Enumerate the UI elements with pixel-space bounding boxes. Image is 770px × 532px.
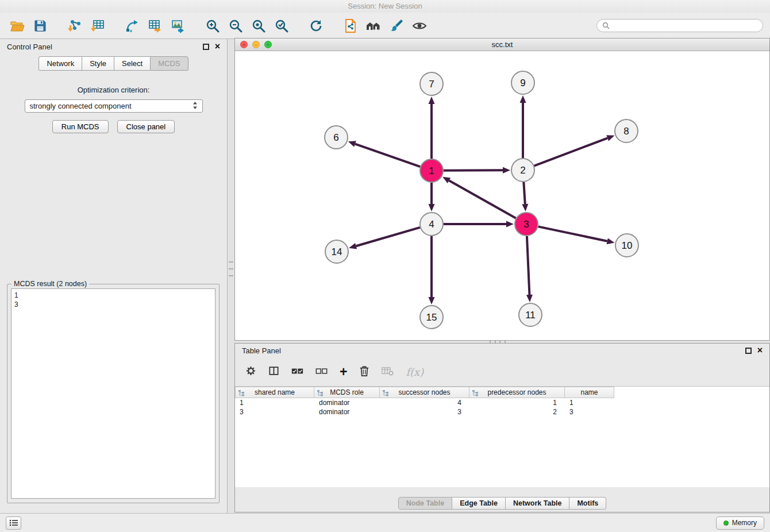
close-panel-icon[interactable]: × xyxy=(215,43,220,50)
delete-table-button[interactable] xyxy=(382,367,394,377)
minimize-window-icon[interactable]: − xyxy=(252,41,260,48)
column-header-mcds-role[interactable]: MCDS role xyxy=(314,387,380,398)
close-window-icon[interactable]: × xyxy=(240,41,248,48)
graph-edge-3-1[interactable] xyxy=(449,180,515,218)
export-image-button[interactable] xyxy=(167,15,190,37)
cell-successor-nodes[interactable]: 4 xyxy=(380,399,469,407)
search-field[interactable] xyxy=(596,19,763,32)
tab-node-table[interactable]: Node Table xyxy=(398,497,452,510)
search-input[interactable] xyxy=(613,22,757,30)
window-title: Session: New Session xyxy=(348,2,422,10)
run-mcds-button[interactable]: Run MCDS xyxy=(52,120,109,133)
select-all-columns-button[interactable] xyxy=(291,367,303,377)
apply-layout-button[interactable] xyxy=(305,15,328,37)
cell-name[interactable]: 1 xyxy=(565,399,614,407)
unselect-all-columns-button[interactable] xyxy=(315,367,328,377)
open-session-button[interactable] xyxy=(6,15,29,37)
graph-edge-3-11[interactable] xyxy=(527,236,530,295)
graph-edge-2-8[interactable] xyxy=(534,138,608,165)
zoom-fit-button[interactable] xyxy=(247,15,270,37)
import-table-button[interactable] xyxy=(86,15,109,37)
table-settings-button[interactable] xyxy=(245,365,256,378)
tab-motifs[interactable]: Motifs xyxy=(569,497,606,510)
task-history-button[interactable] xyxy=(6,516,21,530)
column-header-shared-name[interactable]: shared name xyxy=(235,387,314,398)
new-network-icon xyxy=(125,18,140,33)
tab-edge-table[interactable]: Edge Table xyxy=(452,497,506,510)
save-session-button[interactable] xyxy=(29,15,52,37)
graph-node-label: 4 xyxy=(429,219,434,230)
graph-edge-3-10[interactable] xyxy=(538,226,607,241)
table-toolbar: + f(x) xyxy=(235,357,769,386)
show-graphics-details-button[interactable] xyxy=(362,15,385,37)
cell-predecessor-nodes[interactable]: 2 xyxy=(469,408,565,416)
graph-node-label: 3 xyxy=(523,219,529,230)
mcds-result-list[interactable]: 1 3 xyxy=(11,288,215,499)
table-header-row: shared name MCDS role successor nodes pr… xyxy=(235,387,769,398)
show-columns-button[interactable] xyxy=(268,365,279,378)
tab-mcds[interactable]: MCDS xyxy=(150,56,188,71)
memory-button[interactable]: Memory xyxy=(716,516,764,530)
import-network-button[interactable] xyxy=(63,15,86,37)
first-neighbors-button[interactable] xyxy=(339,15,362,37)
close-panel-icon[interactable]: × xyxy=(757,347,763,354)
new-network-from-selection-button[interactable] xyxy=(121,15,144,37)
function-builder-button[interactable]: f(x) xyxy=(406,366,424,378)
graph-node-label: 1 xyxy=(429,165,434,176)
delete-column-button[interactable] xyxy=(359,365,369,379)
graph-node-label: 6 xyxy=(333,132,338,143)
mcds-result-line: 1 xyxy=(14,291,212,300)
graph-edge-1-6[interactable] xyxy=(355,144,420,167)
open-folder-icon xyxy=(10,19,25,33)
network-canvas[interactable]: 7968124314101511 xyxy=(235,51,769,340)
export-table-icon xyxy=(148,18,163,33)
control-panel: Control Panel × Network Style Select MCD… xyxy=(0,39,228,513)
float-panel-icon[interactable] xyxy=(745,348,752,354)
graph-edge-arrow xyxy=(348,141,356,147)
graph-node-label: 8 xyxy=(623,126,629,137)
graph-svg: 7968124314101511 xyxy=(235,51,769,340)
tab-network-table[interactable]: Network Table xyxy=(506,497,570,510)
show-hide-button[interactable] xyxy=(408,15,431,37)
tab-style[interactable]: Style xyxy=(82,56,114,71)
cell-shared-name[interactable]: 3 xyxy=(235,408,314,416)
column-header-predecessor-nodes[interactable]: predecessor nodes xyxy=(469,387,565,398)
cell-predecessor-nodes[interactable]: 1 xyxy=(469,399,565,407)
cell-shared-name[interactable]: 1 xyxy=(235,399,314,407)
graph-edge-arrow xyxy=(506,221,514,228)
tab-select[interactable]: Select xyxy=(114,56,150,71)
column-hierarchy-icon xyxy=(382,390,389,396)
column-header-name[interactable]: name xyxy=(565,387,614,398)
graph-edge-2-3[interactable] xyxy=(523,182,525,204)
unselect-all-icon xyxy=(315,367,328,375)
zoom-in-icon xyxy=(205,18,220,33)
cell-name[interactable]: 3 xyxy=(565,408,614,416)
export-table-button[interactable] xyxy=(144,15,167,37)
network-window-titlebar[interactable]: × − + scc.txt xyxy=(235,38,769,51)
graph-edge-4-14[interactable] xyxy=(356,228,420,246)
graph-edge-arrow xyxy=(607,238,615,244)
table-row[interactable]: 1 dominator 4 1 1 xyxy=(235,398,769,407)
annotation-mode-button[interactable] xyxy=(385,15,408,37)
close-panel-button[interactable]: Close panel xyxy=(117,120,175,133)
cell-successor-nodes[interactable]: 3 xyxy=(380,408,469,416)
maximize-window-icon[interactable]: + xyxy=(264,41,272,48)
mcds-result-title: MCDS result (2 nodes) xyxy=(11,280,89,288)
cell-mcds-role[interactable]: dominator xyxy=(314,408,380,416)
window-titlebar: Session: New Session xyxy=(0,0,770,13)
optimization-criterion-label: Optimization criterion: xyxy=(0,86,227,94)
zoom-selected-icon xyxy=(274,18,289,33)
zoom-in-button[interactable] xyxy=(201,15,224,37)
zoom-out-button[interactable] xyxy=(224,15,247,37)
column-header-successor-nodes[interactable]: successor nodes xyxy=(380,387,469,398)
tab-network[interactable]: Network xyxy=(38,56,82,71)
add-column-button[interactable]: + xyxy=(340,366,347,377)
cell-mcds-role[interactable]: dominator xyxy=(314,399,380,407)
float-panel-icon[interactable] xyxy=(203,44,209,50)
graph-node-label: 15 xyxy=(426,312,437,323)
zoom-selected-button[interactable] xyxy=(270,15,293,37)
vertical-splitter-handle[interactable] xyxy=(229,261,233,276)
graph-edge-1-2[interactable] xyxy=(444,170,503,171)
criterion-dropdown[interactable]: strongly connected component xyxy=(25,99,203,113)
table-row[interactable]: 3 dominator 3 2 3 xyxy=(235,407,769,417)
